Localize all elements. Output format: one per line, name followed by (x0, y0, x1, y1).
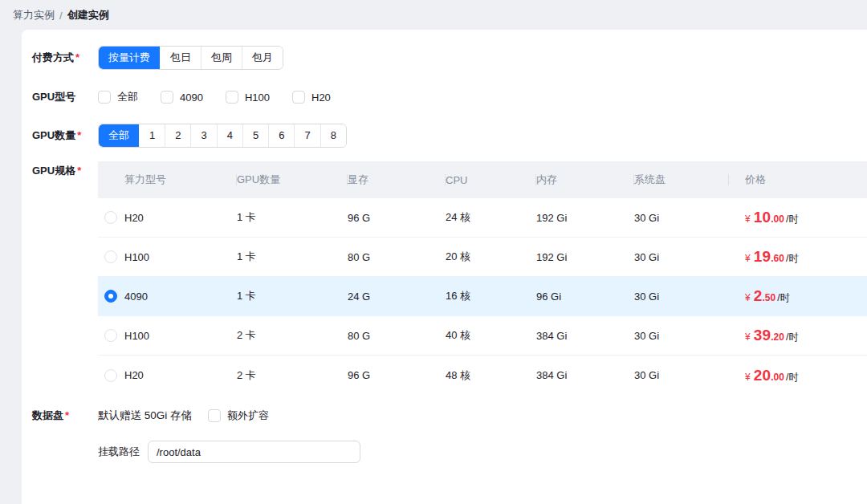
gpu-model-row: GPU型号 全部4090H100H20 (22, 90, 867, 104)
gpu-model-checkbox-2[interactable] (226, 91, 238, 104)
mount-path-label: 挂载路径 (98, 445, 140, 459)
mount-path-row: 挂载路径 (22, 441, 867, 463)
spec-cell-vram: 80 G (348, 330, 446, 342)
spec-cell-vram: 96 G (348, 369, 446, 381)
spec-cell-price: ¥2.50/时 (729, 287, 867, 305)
spec-cell-cpu: 40 核 (446, 328, 536, 343)
price-unit: /时 (777, 291, 790, 305)
breadcrumb: 算力实例 / 创建实例 (13, 8, 109, 22)
spec-cell-memory: 384 Gi (536, 330, 634, 342)
spec-cell-system_disk: 30 Gi (634, 369, 729, 381)
spec-cell-price: ¥20.00/时 (729, 367, 867, 384)
spec-cell-cpu: 48 核 (446, 368, 536, 383)
data-disk-content: 默认赠送 50Gi 存储 额外扩容 (98, 408, 269, 424)
spec-cell-system_disk: 30 Gi (634, 330, 729, 342)
spec-header-col-3: CPU (446, 174, 536, 186)
gpu-count-option-4[interactable]: 4 (217, 124, 242, 147)
spec-table-body: H201 卡96 G24 核192 Gi30 Gi¥10.00/时H1001 卡… (98, 198, 867, 395)
data-disk-note: 默认赠送 50Gi 存储 (98, 408, 192, 424)
spec-cell-memory: 192 Gi (536, 251, 634, 263)
gpu-count-option-8[interactable]: 8 (320, 124, 346, 147)
data-disk-row: 数据盘* 默认赠送 50Gi 存储 额外扩容 (22, 408, 867, 424)
mount-path-content: 挂载路径 (98, 441, 360, 463)
payment-option-2[interactable]: 包周 (201, 47, 242, 69)
price-decimal: .00 (771, 213, 784, 225)
spec-radio-cell (98, 250, 124, 263)
gpu-count-option-7[interactable]: 7 (294, 124, 320, 147)
spec-cell-price: ¥39.20/时 (729, 327, 867, 344)
spec-table-row-3[interactable]: H1002 卡80 G40 核384 Gi30 Gi¥39.20/时 (98, 316, 867, 356)
spec-table-row-1[interactable]: H1001 卡80 G20 核192 Gi30 Gi¥19.60/时 (98, 238, 867, 277)
gpu-model-option-1[interactable]: 4090 (161, 91, 203, 104)
gpu-model-option-0[interactable]: 全部 (98, 90, 138, 104)
spec-header-col-2: 显存 (348, 173, 446, 187)
spec-radio-cell (98, 369, 124, 382)
required-asterisk: * (75, 51, 79, 63)
spec-cell-memory: 384 Gi (536, 369, 634, 381)
currency-symbol: ¥ (745, 253, 751, 264)
spec-radio-4[interactable] (104, 369, 117, 382)
payment-option-1[interactable]: 包日 (160, 47, 201, 69)
gpu-model-label: GPU型号 (32, 90, 98, 104)
spec-table-row-2[interactable]: 40901 卡24 G16 核96 Gi30 Gi¥2.50/时 (98, 277, 867, 316)
price-integer: 10 (754, 209, 771, 226)
spec-radio-1[interactable] (104, 250, 117, 263)
gpu-count-label-text: GPU数量 (32, 129, 75, 141)
spec-cell-cpu: 16 核 (446, 289, 536, 303)
price-decimal: .60 (771, 253, 784, 264)
price-decimal: .50 (762, 292, 775, 303)
extra-expand-option[interactable]: 额外扩容 (208, 408, 269, 423)
gpu-count-option-6[interactable]: 6 (268, 124, 294, 147)
spec-header-col-5: 系统盘 (634, 173, 729, 187)
currency-symbol: ¥ (745, 292, 751, 303)
mount-path-input[interactable] (148, 441, 360, 463)
gpu-count-option-3[interactable]: 3 (190, 124, 216, 147)
spec-radio-3[interactable] (104, 329, 117, 342)
spec-cell-system_disk: 30 Gi (634, 251, 729, 263)
extra-expand-checkbox[interactable] (208, 409, 221, 422)
gpu-count-option-5[interactable]: 5 (242, 124, 268, 147)
gpu-model-checkbox-group: 全部4090H100H20 (98, 90, 331, 104)
payment-method-row: 付费方式* 按量计费包日包周包月 (22, 46, 867, 70)
spec-cell-price: ¥10.00/时 (729, 209, 867, 226)
spec-cell-model: H20 (124, 212, 237, 224)
breadcrumb-parent[interactable]: 算力实例 (13, 8, 55, 22)
gpu-spec-row: GPU规格* 算力型号GPU数量显存CPU内存系统盘价格 H201 卡96 G2… (22, 161, 867, 395)
price-unit: /时 (786, 331, 799, 344)
spec-cell-vram: 96 G (348, 212, 446, 224)
spec-cell-price: ¥19.60/时 (729, 248, 867, 266)
spec-cell-system_disk: 30 Gi (634, 291, 729, 303)
payment-method-group: 按量计费包日包周包月 (98, 46, 283, 70)
spec-cell-gpu_count: 2 卡 (237, 368, 348, 383)
spec-header-col-6: 价格 (729, 173, 867, 187)
gpu-count-label: GPU数量* (32, 124, 98, 148)
payment-method-label: 付费方式* (32, 46, 98, 70)
spec-cell-vram: 24 G (348, 291, 446, 303)
gpu-model-checkbox-1[interactable] (161, 91, 173, 104)
payment-option-3[interactable]: 包月 (242, 47, 283, 69)
gpu-model-checkbox-0[interactable] (98, 91, 111, 104)
spec-header-col-1: GPU数量 (237, 173, 348, 187)
gpu-model-option-2[interactable]: H100 (226, 91, 270, 104)
price-integer: 19 (754, 248, 771, 266)
spec-cell-model: H100 (124, 330, 237, 342)
currency-symbol: ¥ (745, 331, 751, 343)
gpu-count-option-1[interactable]: 1 (139, 124, 165, 147)
spec-radio-cell (98, 211, 124, 224)
spec-radio-2[interactable] (104, 290, 117, 303)
gpu-count-option-2[interactable]: 2 (165, 124, 190, 147)
extra-expand-label: 额外扩容 (227, 408, 269, 423)
spec-radio-0[interactable] (104, 211, 117, 224)
spec-table-row-4[interactable]: H202 卡96 G48 核384 Gi30 Gi¥20.00/时 (98, 356, 867, 395)
spec-cell-cpu: 20 核 (446, 250, 536, 264)
gpu-count-row: GPU数量* 全部12345678 (22, 124, 867, 148)
spec-table-row-0[interactable]: H201 卡96 G24 核192 Gi30 Gi¥10.00/时 (98, 198, 867, 238)
payment-option-0[interactable]: 按量计费 (99, 47, 160, 69)
gpu-model-checkbox-3[interactable] (292, 91, 305, 104)
gpu-model-option-3[interactable]: H20 (292, 91, 331, 104)
spec-radio-cell (98, 290, 124, 303)
required-asterisk: * (65, 409, 69, 421)
gpu-count-option-0[interactable]: 全部 (99, 124, 139, 147)
spec-cell-model: 4090 (124, 291, 237, 303)
spec-cell-memory: 96 Gi (536, 291, 634, 303)
